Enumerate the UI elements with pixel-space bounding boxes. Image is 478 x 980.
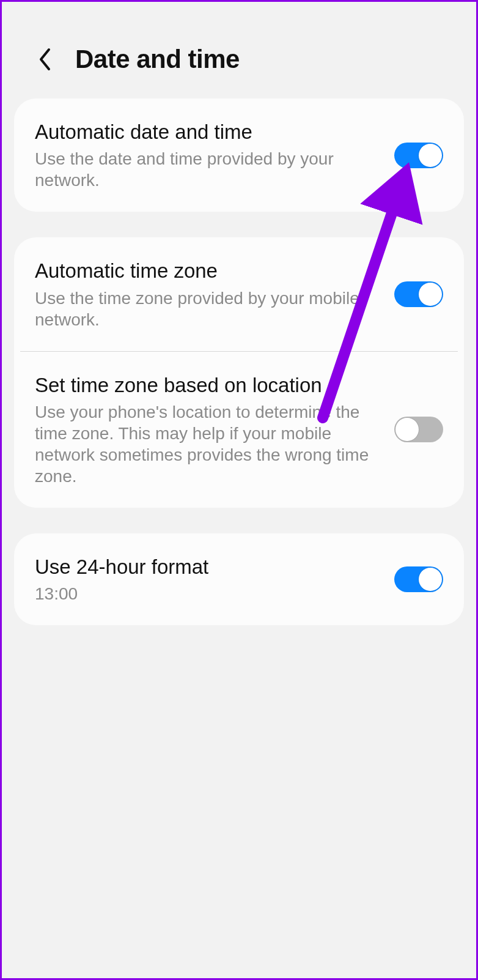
auto-date-time-toggle[interactable] [394, 143, 443, 168]
row-title: Automatic date and time [35, 119, 382, 144]
settings-group-2: Automatic time zone Use the time zone pr… [14, 237, 464, 508]
row-subtitle: 13:00 [35, 583, 382, 604]
header: Date and time [2, 2, 476, 98]
settings-group-1: Automatic date and time Use the date and… [14, 98, 464, 212]
row-text: Automatic date and time Use the date and… [35, 119, 382, 191]
chevron-left-icon [38, 48, 51, 71]
row-title: Use 24-hour format [35, 554, 382, 579]
row-subtitle: Use the date and time provided by your n… [35, 148, 382, 191]
row-subtitle: Use your phone's location to determine t… [35, 401, 382, 487]
row-auto-time-zone[interactable]: Automatic time zone Use the time zone pr… [14, 237, 464, 351]
row-set-tz-location[interactable]: Set time zone based on location Use your… [14, 352, 464, 508]
settings-group-3: Use 24-hour format 13:00 [14, 533, 464, 625]
toggle-knob [419, 144, 442, 167]
toggle-knob [419, 283, 442, 306]
page-title: Date and time [75, 45, 240, 74]
row-use-24h[interactable]: Use 24-hour format 13:00 [14, 533, 464, 625]
back-button[interactable] [32, 47, 57, 72]
row-auto-date-time[interactable]: Automatic date and time Use the date and… [14, 98, 464, 212]
auto-time-zone-toggle[interactable] [394, 281, 443, 307]
toggle-knob [419, 568, 442, 591]
set-tz-location-toggle[interactable] [394, 417, 443, 442]
toggle-knob [395, 418, 419, 441]
row-text: Set time zone based on location Use your… [35, 373, 382, 487]
row-title: Automatic time zone [35, 258, 382, 283]
row-text: Use 24-hour format 13:00 [35, 554, 382, 604]
row-title: Set time zone based on location [35, 373, 382, 398]
use-24h-toggle[interactable] [394, 566, 443, 592]
row-text: Automatic time zone Use the time zone pr… [35, 258, 382, 330]
row-subtitle: Use the time zone provided by your mobil… [35, 288, 382, 330]
